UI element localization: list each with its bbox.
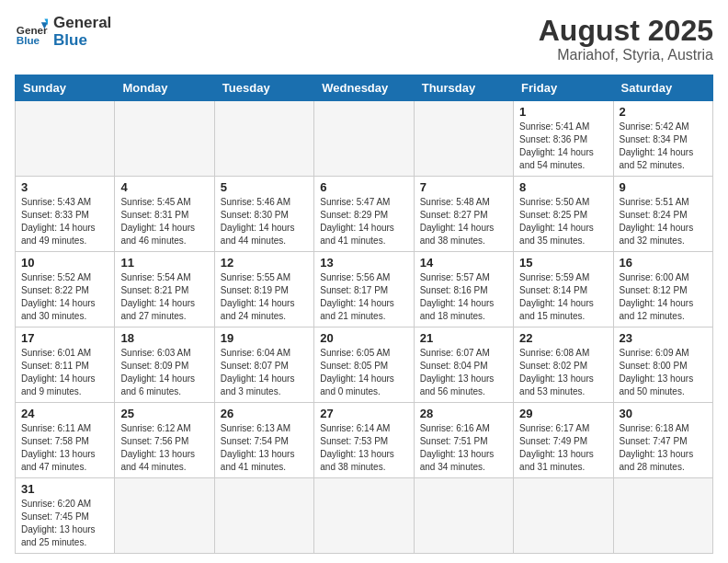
day-number: 30 — [620, 407, 707, 420]
day-number: 7 — [420, 180, 507, 194]
calendar-cell: 26Sunrise: 6:13 AM Sunset: 7:54 PM Dayli… — [214, 403, 313, 478]
day-info: Sunrise: 6:00 AM Sunset: 8:12 PM Dayligh… — [620, 271, 707, 323]
calendar-cell: 22Sunrise: 6:08 AM Sunset: 8:02 PM Dayli… — [514, 327, 613, 403]
calendar-cell: 8Sunrise: 5:50 AM Sunset: 8:25 PM Daylig… — [514, 177, 613, 252]
day-number: 2 — [620, 105, 707, 119]
calendar-cell: 15Sunrise: 5:59 AM Sunset: 8:14 PM Dayli… — [514, 252, 613, 327]
day-info: Sunrise: 5:50 AM Sunset: 8:25 PM Dayligh… — [519, 196, 607, 247]
day-number: 25 — [120, 407, 208, 420]
day-info: Sunrise: 6:16 AM Sunset: 7:51 PM Dayligh… — [420, 422, 507, 474]
day-info: Sunrise: 5:54 AM Sunset: 8:21 PM Dayligh… — [120, 271, 208, 323]
day-info: Sunrise: 6:17 AM Sunset: 7:49 PM Dayligh… — [519, 422, 607, 474]
day-info: Sunrise: 5:45 AM Sunset: 8:31 PM Dayligh… — [120, 196, 208, 247]
day-info: Sunrise: 6:09 AM Sunset: 8:00 PM Dayligh… — [620, 347, 707, 398]
calendar-cell: 27Sunrise: 6:14 AM Sunset: 7:53 PM Dayli… — [314, 403, 414, 478]
day-info: Sunrise: 5:43 AM Sunset: 8:33 PM Dayligh… — [21, 196, 108, 247]
day-number: 14 — [420, 256, 507, 270]
day-number: 24 — [21, 407, 108, 420]
weekday-header-thursday: Thursday — [414, 75, 513, 101]
calendar-cell: 18Sunrise: 6:03 AM Sunset: 8:09 PM Dayli… — [115, 327, 214, 403]
logo-blue: Blue — [53, 32, 111, 50]
logo-icon: General Blue — [15, 16, 48, 49]
calendar-cell: 10Sunrise: 5:52 AM Sunset: 8:22 PM Dayli… — [16, 252, 115, 327]
weekday-header-monday: Monday — [115, 75, 214, 101]
day-number: 12 — [221, 256, 308, 270]
calendar-week-row: 17Sunrise: 6:01 AM Sunset: 8:11 PM Dayli… — [16, 327, 713, 403]
day-number: 15 — [519, 256, 607, 270]
calendar-cell: 16Sunrise: 6:00 AM Sunset: 8:12 PM Dayli… — [613, 252, 712, 327]
day-info: Sunrise: 5:52 AM Sunset: 8:22 PM Dayligh… — [21, 271, 108, 323]
calendar-week-row: 24Sunrise: 6:11 AM Sunset: 7:58 PM Dayli… — [16, 403, 713, 478]
day-number: 29 — [519, 407, 607, 420]
day-number: 22 — [519, 331, 607, 345]
calendar-cell — [115, 478, 214, 554]
title-block: August 2025 Mariahof, Styria, Austria — [539, 15, 713, 63]
calendar-cell — [16, 101, 115, 177]
calendar-cell: 4Sunrise: 5:45 AM Sunset: 8:31 PM Daylig… — [115, 177, 214, 252]
day-info: Sunrise: 5:48 AM Sunset: 8:27 PM Dayligh… — [420, 196, 507, 247]
location: Mariahof, Styria, Austria — [539, 47, 713, 63]
svg-text:Blue: Blue — [17, 33, 40, 45]
calendar-cell: 29Sunrise: 6:17 AM Sunset: 7:49 PM Dayli… — [514, 403, 613, 478]
calendar-cell: 24Sunrise: 6:11 AM Sunset: 7:58 PM Dayli… — [16, 403, 115, 478]
calendar-cell — [414, 478, 513, 554]
day-number: 13 — [320, 256, 407, 270]
day-number: 9 — [620, 180, 707, 194]
calendar-cell: 14Sunrise: 5:57 AM Sunset: 8:16 PM Dayli… — [414, 252, 513, 327]
calendar-cell: 2Sunrise: 5:42 AM Sunset: 8:34 PM Daylig… — [613, 101, 712, 177]
day-number: 8 — [519, 180, 607, 194]
calendar-cell: 28Sunrise: 6:16 AM Sunset: 7:51 PM Dayli… — [414, 403, 513, 478]
calendar-week-row: 1Sunrise: 5:41 AM Sunset: 8:36 PM Daylig… — [16, 101, 713, 177]
day-number: 5 — [221, 180, 308, 194]
calendar-cell — [214, 101, 313, 177]
day-info: Sunrise: 6:11 AM Sunset: 7:58 PM Dayligh… — [21, 422, 108, 474]
calendar-cell — [414, 101, 513, 177]
month-year: August 2025 — [539, 15, 713, 47]
day-number: 20 — [320, 331, 407, 345]
day-number: 18 — [120, 331, 208, 345]
day-info: Sunrise: 6:01 AM Sunset: 8:11 PM Dayligh… — [21, 347, 108, 398]
calendar-cell: 21Sunrise: 6:07 AM Sunset: 8:04 PM Dayli… — [414, 327, 513, 403]
calendar-week-row: 3Sunrise: 5:43 AM Sunset: 8:33 PM Daylig… — [16, 177, 713, 252]
calendar-cell: 17Sunrise: 6:01 AM Sunset: 8:11 PM Dayli… — [16, 327, 115, 403]
calendar-cell: 30Sunrise: 6:18 AM Sunset: 7:47 PM Dayli… — [613, 403, 712, 478]
day-info: Sunrise: 6:08 AM Sunset: 8:02 PM Dayligh… — [519, 347, 607, 398]
calendar-cell: 13Sunrise: 5:56 AM Sunset: 8:17 PM Dayli… — [314, 252, 414, 327]
weekday-header-friday: Friday — [514, 75, 613, 101]
day-number: 3 — [21, 180, 108, 194]
logo: General Blue General Blue — [15, 15, 111, 49]
day-info: Sunrise: 6:03 AM Sunset: 8:09 PM Dayligh… — [120, 347, 208, 398]
calendar-cell: 19Sunrise: 6:04 AM Sunset: 8:07 PM Dayli… — [214, 327, 313, 403]
calendar-cell: 20Sunrise: 6:05 AM Sunset: 8:05 PM Dayli… — [314, 327, 414, 403]
day-info: Sunrise: 5:51 AM Sunset: 8:24 PM Dayligh… — [620, 196, 707, 247]
calendar-cell: 25Sunrise: 6:12 AM Sunset: 7:56 PM Dayli… — [115, 403, 214, 478]
day-info: Sunrise: 5:41 AM Sunset: 8:36 PM Dayligh… — [519, 121, 607, 172]
day-number: 27 — [320, 407, 407, 420]
day-number: 6 — [320, 180, 407, 194]
day-info: Sunrise: 5:56 AM Sunset: 8:17 PM Dayligh… — [320, 271, 407, 323]
day-number: 17 — [21, 331, 108, 345]
calendar-cell — [314, 101, 414, 177]
weekday-header-row: SundayMondayTuesdayWednesdayThursdayFrid… — [16, 75, 713, 101]
calendar-cell: 11Sunrise: 5:54 AM Sunset: 8:21 PM Dayli… — [115, 252, 214, 327]
day-info: Sunrise: 6:20 AM Sunset: 7:45 PM Dayligh… — [21, 498, 108, 549]
day-info: Sunrise: 6:07 AM Sunset: 8:04 PM Dayligh… — [420, 347, 507, 398]
day-info: Sunrise: 5:57 AM Sunset: 8:16 PM Dayligh… — [420, 271, 507, 323]
day-info: Sunrise: 5:47 AM Sunset: 8:29 PM Dayligh… — [320, 196, 407, 247]
day-info: Sunrise: 6:05 AM Sunset: 8:05 PM Dayligh… — [320, 347, 407, 398]
calendar: SundayMondayTuesdayWednesdayThursdayFrid… — [15, 75, 713, 554]
calendar-cell — [314, 478, 414, 554]
day-info: Sunrise: 6:04 AM Sunset: 8:07 PM Dayligh… — [221, 347, 308, 398]
weekday-header-wednesday: Wednesday — [314, 75, 414, 101]
day-number: 23 — [620, 331, 707, 345]
calendar-cell: 23Sunrise: 6:09 AM Sunset: 8:00 PM Dayli… — [613, 327, 712, 403]
day-number: 4 — [120, 180, 208, 194]
day-info: Sunrise: 6:14 AM Sunset: 7:53 PM Dayligh… — [320, 422, 407, 474]
day-number: 19 — [221, 331, 308, 345]
calendar-cell: 5Sunrise: 5:46 AM Sunset: 8:30 PM Daylig… — [214, 177, 313, 252]
day-info: Sunrise: 5:55 AM Sunset: 8:19 PM Dayligh… — [221, 271, 308, 323]
day-number: 16 — [620, 256, 707, 270]
day-number: 28 — [420, 407, 507, 420]
calendar-cell: 1Sunrise: 5:41 AM Sunset: 8:36 PM Daylig… — [514, 101, 613, 177]
day-info: Sunrise: 5:46 AM Sunset: 8:30 PM Dayligh… — [221, 196, 308, 247]
